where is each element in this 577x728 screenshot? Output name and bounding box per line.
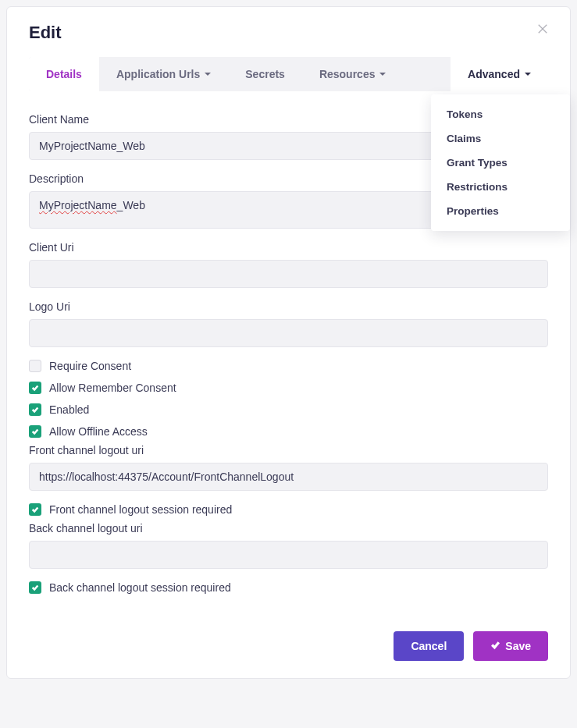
front-logout-uri-label: Front channel logout uri (29, 444, 548, 456)
cancel-button[interactable]: Cancel (394, 631, 464, 661)
edit-modal: Edit Details Application Urls Secrets Re… (6, 6, 571, 679)
menu-item-grant-types[interactable]: Grant Types (431, 151, 570, 175)
back-logout-uri-label: Back channel logout uri (29, 522, 548, 534)
modal-title: Edit (29, 23, 62, 43)
chevron-down-icon (379, 73, 386, 76)
advanced-dropdown: Tokens Claims Grant Types Restrictions P… (431, 94, 570, 231)
menu-item-properties[interactable]: Properties (431, 199, 570, 223)
require-consent-checkbox[interactable] (29, 360, 41, 372)
tab-secrets[interactable]: Secrets (228, 57, 302, 91)
tab-label: Resources (319, 68, 376, 80)
check-icon (490, 640, 500, 652)
tab-label: Application Urls (116, 68, 200, 80)
front-logout-uri-input[interactable] (29, 463, 548, 491)
back-logout-session-required-label: Back channel logout session required (49, 581, 231, 594)
menu-item-claims[interactable]: Claims (431, 126, 570, 151)
back-logout-session-required-checkbox[interactable] (29, 581, 41, 594)
close-icon[interactable] (537, 23, 548, 37)
tab-advanced[interactable]: Advanced (451, 57, 548, 91)
save-button-label: Save (505, 640, 531, 652)
tab-application-urls[interactable]: Application Urls (99, 57, 228, 91)
chevron-down-icon (525, 73, 531, 76)
front-logout-session-required-checkbox[interactable] (29, 503, 41, 516)
allow-offline-access-checkbox[interactable] (29, 425, 41, 438)
tab-details[interactable]: Details (29, 57, 99, 91)
description-value-spell: MyProjectName (39, 199, 117, 211)
client-uri-label: Client Uri (29, 241, 548, 254)
require-consent-label: Require Consent (49, 360, 131, 372)
tab-label: Details (46, 68, 82, 80)
enabled-label: Enabled (49, 403, 89, 416)
tab-label: Secrets (245, 68, 285, 80)
logo-uri-input[interactable] (29, 319, 548, 347)
allow-remember-consent-label: Allow Remember Consent (49, 382, 176, 394)
save-button[interactable]: Save (473, 631, 548, 661)
client-uri-input[interactable] (29, 260, 548, 288)
tab-bar: Details Application Urls Secrets Resourc… (29, 57, 548, 91)
menu-item-tokens[interactable]: Tokens (431, 102, 570, 126)
allow-remember-consent-checkbox[interactable] (29, 382, 41, 394)
enabled-checkbox[interactable] (29, 403, 41, 416)
back-logout-uri-input[interactable] (29, 541, 548, 569)
tab-label: Advanced (468, 68, 520, 80)
allow-offline-access-label: Allow Offline Access (49, 425, 148, 438)
description-value-suffix: _Web (117, 199, 145, 211)
logo-uri-label: Logo Uri (29, 300, 548, 313)
chevron-down-icon (205, 73, 211, 76)
tab-resources[interactable]: Resources (302, 57, 404, 91)
menu-item-restrictions[interactable]: Restrictions (431, 175, 570, 199)
cancel-button-label: Cancel (411, 640, 447, 652)
front-logout-session-required-label: Front channel logout session required (49, 503, 232, 516)
